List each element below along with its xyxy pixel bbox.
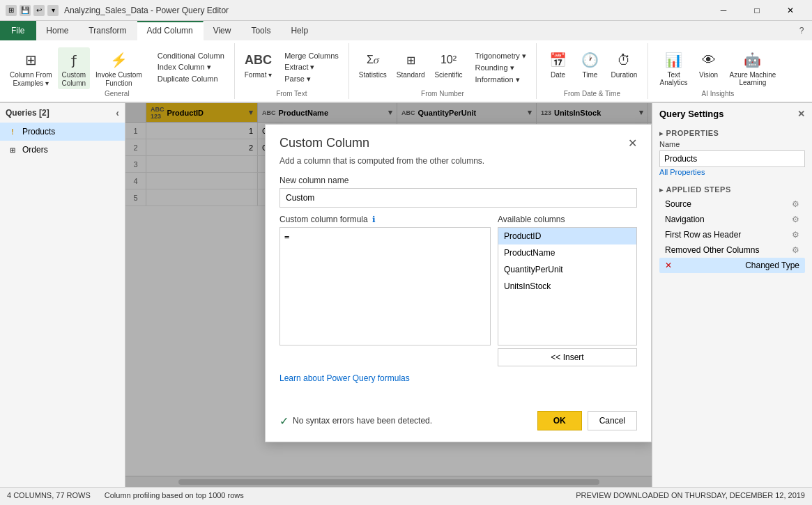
custom-column-button[interactable]: ƒ CustomColumn [58,47,90,89]
name-label: Name [659,140,805,148]
settings-close-button[interactable]: ✕ [797,109,805,119]
query-item-orders[interactable]: ⊞ Orders [0,141,125,159]
merge-columns-button[interactable]: Merge Columns [280,50,343,61]
col-list-item-uis[interactable]: UnitsInStock [498,278,636,295]
ribbon-group-from-datetime: 📅 Date 🕐 Time ⏱ Duration From Date & Tim… [537,43,648,99]
modal-description: Add a column that is computed from the o… [279,156,637,166]
tab-transform[interactable]: Transform [79,21,137,40]
dropdown-icon[interactable]: ▾ [47,5,59,16]
from-number-group-label: From Number [421,90,464,98]
ribbon-group-from-text: ABC Format ▾ Merge Columns Extract ▾ Par… [235,43,349,99]
rounding-button[interactable]: Rounding ▾ [470,62,530,74]
date-button[interactable]: 📅 Date [543,47,574,80]
step-first-row-gear[interactable]: ⚙ [792,230,799,240]
status-bar: 4 COLUMNS, 77 ROWS Column profiling base… [0,487,812,502]
scientific-icon: 10² [437,49,459,71]
modal-title: Custom Column [279,136,369,150]
help-icon[interactable]: ? [791,21,812,40]
tab-help[interactable]: Help [281,21,319,40]
title-bar-icons: ⊞ 💾 ↩ ▾ [6,5,59,16]
custom-column-modal: Custom Column ✕ Add a column that is com… [265,124,652,442]
column-from-examples-button[interactable]: ⊞ Column FromExamples ▾ [6,47,56,89]
column-examples-icon: ⊞ [20,49,42,71]
from-text-group-label: From Text [276,90,307,98]
queries-panel: Queries [2] ‹ ! Products ⊞ Orders [0,103,125,487]
statistics-icon: Σ𝜎 [362,49,384,71]
step-removed-gear[interactable]: ⚙ [792,245,799,255]
trigonometry-button[interactable]: Trigonometry ▾ [470,50,530,62]
ai-insights-group-label: AI Insights [702,90,735,98]
data-area: ABC123 ProductID ▾ ABC ProductName ▾ ABC… [125,103,652,487]
query-item-products[interactable]: ! Products [0,123,125,141]
preview-date: PREVIEW DOWNLOADED ON THURSDAY, DECEMBER… [576,491,805,499]
step-removed-other-columns[interactable]: Removed Other Columns ⚙ [659,242,805,258]
ok-button[interactable]: OK [537,411,582,430]
tab-add-column[interactable]: Add Column [137,21,204,40]
step-navigation[interactable]: Navigation ⚙ [659,212,805,227]
invoke-custom-function-button[interactable]: ⚡ Invoke CustomFunction [91,47,146,89]
step-source[interactable]: Source ⚙ [659,196,805,212]
query-settings-panel: Query Settings ✕ PROPERTIES Name All Pro… [652,103,812,487]
text-analytics-button[interactable]: 📊 TextAnalytics [656,47,692,88]
ribbon-group-general: ⊞ Column FromExamples ▾ ƒ CustomColumn ⚡… [0,43,235,99]
collapse-queries-button[interactable]: ‹ [116,107,119,118]
azure-ml-button[interactable]: 🤖 Azure MachineLearning [726,47,781,88]
extract-button[interactable]: Extract ▾ [280,61,343,73]
statistics-button[interactable]: Σ𝜎 Statistics [355,47,391,80]
undo-icon[interactable]: ↩ [33,5,45,16]
formula-label-text: Custom column formula [279,215,368,224]
col-list-item-productid[interactable]: ProductID [498,228,636,244]
step-changed-type-x[interactable]: ✕ [665,261,672,270]
minimize-button[interactable]: ─ [707,0,740,21]
cancel-button[interactable]: Cancel [588,411,637,430]
parse-button[interactable]: Parse ▾ [280,73,343,85]
products-warning-icon: ! [7,126,18,137]
properties-section-title: PROPERTIES [659,129,805,137]
quick-save-icon[interactable]: 💾 [20,5,31,16]
information-button[interactable]: Information ▾ [470,74,530,86]
step-navigation-gear[interactable]: ⚙ [792,215,799,224]
learn-link[interactable]: Learn about Power Query formulas [279,373,410,383]
standard-button[interactable]: ⊞ Standard [392,47,429,80]
col-list-item-productname[interactable]: ProductName [498,244,636,261]
general-group-label: General [105,90,130,98]
format-button[interactable]: ABC Format ▾ [240,47,276,80]
invoke-function-icon: ⚡ [107,49,130,71]
maximize-button[interactable]: □ [741,0,773,21]
insert-button[interactable]: << Insert [498,348,637,366]
azure-ml-icon: 🤖 [742,49,764,71]
modal-overlay: Custom Column ✕ Add a column that is com… [125,103,652,487]
scientific-button[interactable]: 10² Scientific [430,47,466,80]
ribbon-content: ⊞ Column FromExamples ▾ ƒ CustomColumn ⚡… [0,40,812,103]
step-first-row-as-header[interactable]: First Row as Header ⚙ [659,227,805,242]
close-button[interactable]: ✕ [774,0,806,21]
modal-close-button[interactable]: ✕ [628,137,637,150]
date-icon: 📅 [547,49,569,71]
tab-file[interactable]: File [0,21,36,40]
all-properties-link[interactable]: All Properties [659,168,705,176]
index-column-button[interactable]: Index Column ▾ [153,61,229,73]
duplicate-column-button[interactable]: Duplicate Column [153,73,229,84]
query-name-input[interactable] [659,150,805,167]
time-button[interactable]: 🕐 Time [575,47,606,80]
step-source-gear[interactable]: ⚙ [792,199,799,209]
tab-tools[interactable]: Tools [241,21,281,40]
formula-textarea[interactable]: = [279,227,491,345]
vision-button[interactable]: 👁 Vision [694,47,724,80]
number-small-buttons: Trigonometry ▾ Rounding ▾ Information ▾ [468,47,530,86]
from-datetime-group-label: From Date & Time [564,90,620,98]
duration-icon: ⏱ [613,49,635,71]
new-column-name-input[interactable] [279,188,637,208]
window-controls: ─ □ ✕ [707,0,806,21]
col-list-item-qpu[interactable]: QuantityPerUnit [498,261,636,278]
step-changed-type[interactable]: ✕ Changed Type [659,258,805,273]
conditional-column-button[interactable]: Conditional Column [153,50,229,61]
step-source-label: Source [665,199,691,209]
applied-steps-list: Source ⚙ Navigation ⚙ First Row as Heade… [659,196,805,273]
tab-home[interactable]: Home [36,21,79,40]
tab-view[interactable]: View [204,21,242,40]
formula-info-icon[interactable]: ℹ [372,215,376,224]
status-check-icon: ✓ [279,414,289,428]
duration-button[interactable]: ⏱ Duration [607,47,642,80]
step-navigation-label: Navigation [665,215,705,224]
